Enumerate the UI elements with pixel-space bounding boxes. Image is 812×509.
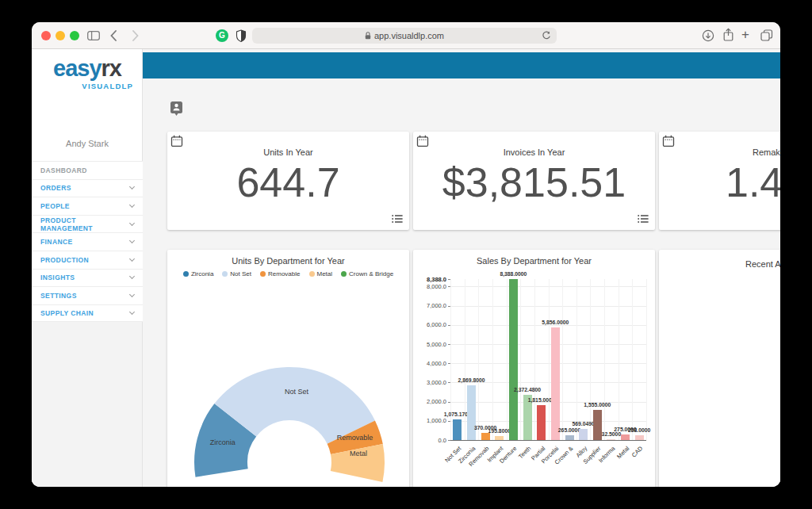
- kpi-title: Invoices In Year: [413, 147, 655, 157]
- gridline: [520, 279, 521, 440]
- dashboard-main: Units In Year 644.7 Invoices In Year $3,…: [143, 49, 780, 487]
- sidebar-item-production[interactable]: PRODUCTION: [32, 251, 143, 269]
- logo-subtitle: VISUALDLP: [32, 82, 133, 90]
- app-header-bar: [143, 52, 780, 78]
- close-window-button[interactable]: [41, 31, 51, 40]
- kpi-card-units: Units In Year 644.7: [167, 132, 409, 230]
- bar-value-label: 265.0000: [558, 427, 580, 433]
- y-axis-label: 2,000.0: [413, 398, 446, 405]
- calendar-icon[interactable]: [170, 135, 183, 147]
- bar-informa: [607, 439, 615, 440]
- y-axis-label: 4,000.0: [413, 360, 446, 367]
- sidebar-item-finance[interactable]: FINANCE: [32, 232, 143, 251]
- sidebar-item-people[interactable]: PEOPLE: [32, 197, 143, 215]
- browser-toolbar: G app.visualdlp.com +: [32, 22, 780, 49]
- bar-value-label: 2,869.8000: [458, 377, 485, 383]
- y-axis-label: 0.0: [413, 437, 446, 444]
- gridline: [492, 279, 493, 440]
- chevron-down-icon: [129, 274, 135, 279]
- address-bar[interactable]: app.visualdlp.com: [252, 28, 557, 44]
- back-icon[interactable]: [110, 30, 117, 41]
- lock-icon: [365, 32, 371, 40]
- sidebar-item-supply-chain[interactable]: SUPPLY CHAIN: [32, 304, 143, 323]
- forward-icon[interactable]: [132, 30, 139, 41]
- account-pin-icon[interactable]: [170, 101, 183, 117]
- share-icon[interactable]: [722, 28, 734, 42]
- donut-segment-label: Zirconia: [210, 438, 236, 446]
- app-content: easyrx VISUALDLP Andy Stark DASHBOARD OR…: [32, 49, 780, 487]
- donut-segment-label: Not Set: [285, 388, 309, 396]
- sales-by-department-card: Sales By Department for Year 8,388.08,00…: [413, 250, 655, 487]
- kpi-card-invoices: Invoices In Year $3,815.51: [413, 132, 655, 230]
- bar-not-set: [453, 419, 462, 440]
- sidebar-item-settings[interactable]: SETTINGS: [32, 286, 143, 304]
- gridline: [549, 279, 550, 440]
- y-axis-label: 6,000.0: [413, 321, 446, 328]
- sidebar-item-orders[interactable]: ORDERS: [32, 179, 143, 197]
- bar-implant: [495, 436, 504, 440]
- downloads-icon[interactable]: [702, 29, 714, 42]
- reload-icon[interactable]: [542, 31, 551, 40]
- bar-porcelai: [551, 327, 560, 440]
- sales-bar-chart: 8,388.08,000.07,000.06,000.05,000.04,000…: [413, 250, 655, 487]
- new-tab-icon[interactable]: +: [741, 27, 749, 43]
- kpi-value: $3,815.51: [413, 159, 655, 206]
- sidebar-nav: DASHBOARD ORDERS PEOPLE PRODUCT MANAGEME…: [32, 161, 143, 322]
- menu-list-icon[interactable]: [392, 214, 403, 224]
- units-donut-chart: ZirconiaNot SetRemovableMetal: [167, 250, 409, 487]
- bar-metal: [621, 434, 630, 440]
- grammarly-extension-icon[interactable]: G: [216, 29, 228, 42]
- sidebar-item-insights[interactable]: INSIGHTS: [32, 269, 143, 287]
- tab-overview-icon[interactable]: [760, 29, 773, 41]
- kpi-value: 644.7: [167, 159, 409, 206]
- bar-value-label: 5,856.0000: [542, 320, 569, 325]
- gridline: [562, 279, 563, 440]
- bar-value-label: 1,555.0000: [584, 402, 611, 408]
- gridline: [576, 279, 577, 440]
- chevron-down-icon: [129, 309, 135, 315]
- chevron-down-icon: [129, 292, 135, 297]
- fullscreen-window-button[interactable]: [70, 31, 79, 40]
- shield-extension-icon[interactable]: [236, 29, 247, 42]
- bar-partial: [537, 405, 546, 440]
- gridline: [478, 279, 479, 440]
- chevron-down-icon: [129, 202, 135, 208]
- sidebar-filler: [32, 322, 142, 487]
- y-axis-label: 5,000.0: [413, 341, 446, 348]
- browser-window: G app.visualdlp.com + easyrx VI: [32, 22, 780, 487]
- user-name: Andy Stark: [32, 139, 143, 148]
- sidebar-item-product-management[interactable]: PRODUCT MANAGEMENT: [32, 215, 143, 233]
- x-axis-line: [450, 440, 646, 441]
- url-text: app.visualdlp.com: [374, 31, 444, 40]
- kpi-title: Remakes: [753, 147, 780, 157]
- chevron-down-icon: [129, 238, 135, 243]
- y-axis-label: 8,000.0: [413, 283, 446, 290]
- bar-cad: [635, 435, 644, 440]
- sidebar-item-dashboard[interactable]: DASHBOARD: [32, 161, 143, 179]
- y-axis-label: 3,000.0: [413, 379, 446, 386]
- kpi-card-remakes: Remakes 1.4: [659, 132, 780, 230]
- easyrx-logo: easyrx: [32, 55, 143, 82]
- bar-removab: [481, 433, 490, 440]
- gridline: [590, 279, 591, 440]
- calendar-icon[interactable]: [416, 135, 429, 147]
- y-axis-label: 7,000.0: [413, 302, 446, 309]
- sidebar-toggle-icon[interactable]: [87, 31, 100, 40]
- menu-list-icon[interactable]: [638, 214, 649, 224]
- kpi-value: 1.4: [726, 159, 780, 206]
- donut-segment-label: Removable: [337, 434, 373, 442]
- calendar-icon[interactable]: [662, 135, 675, 147]
- sidebar: easyrx VISUALDLP Andy Stark DASHBOARD OR…: [32, 49, 143, 487]
- gridline: [632, 279, 633, 440]
- minimize-window-button[interactable]: [56, 31, 65, 40]
- bar-value-label: 195.8000: [488, 428, 511, 434]
- desktop: { "browser": { "url": "app.visualdlp.com…: [0, 0, 812, 509]
- recent-accounts-card: Recent Acco: [659, 250, 780, 487]
- gridline: [646, 279, 647, 440]
- y-axis-label: 1,000.0: [413, 417, 446, 424]
- bar-alloy: [579, 429, 588, 440]
- gridline: [604, 279, 605, 440]
- kpi-title: Units In Year: [167, 147, 409, 157]
- chevron-down-icon: [129, 184, 135, 189]
- bar-value-label: 2,372.4800: [514, 387, 541, 392]
